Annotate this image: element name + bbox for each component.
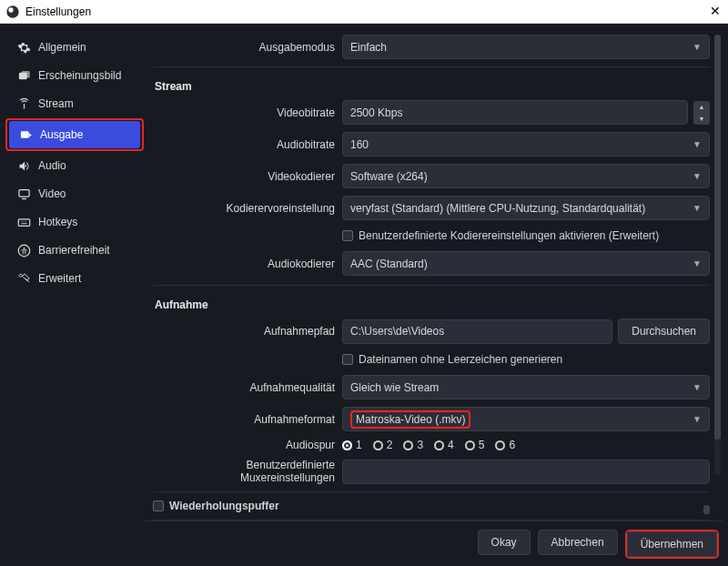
rec-format-label: Aufnahmeformat [153, 413, 335, 426]
sidebar-item-appearance[interactable]: Erscheinungsbild [7, 62, 142, 89]
svg-rect-4 [20, 131, 28, 138]
cancel-button[interactable]: Abbrechen [538, 530, 618, 555]
audio-bitrate-select[interactable]: 160 ▼ [342, 132, 710, 157]
video-bitrate-spinner[interactable]: ▲▼ [693, 101, 710, 125]
apply-button[interactable]: Übernehmen [627, 531, 717, 557]
custom-encoder-checkbox[interactable]: Benutzerdefinierte Kodierereinstellungen… [342, 227, 659, 244]
encoder-preset-select[interactable]: veryfast (Standard) (Mittlere CPU-Nutzun… [342, 196, 710, 220]
browse-button[interactable]: Durchsuchen [618, 318, 710, 344]
close-icon[interactable]: ✕ [710, 4, 721, 18]
bottom-bar: Okay Abbrechen Übernehmen [5, 526, 723, 561]
audiotrack-radio-6[interactable]: 6 [495, 439, 515, 451]
sidebar-item-accessibility[interactable]: Barrierefreiheit [7, 237, 142, 264]
svg-point-7 [18, 245, 30, 257]
audio-encoder-label: Audiokodierer [153, 258, 335, 270]
rec-path-label: Aufnahmepfad [153, 325, 335, 338]
nospaces-checkbox[interactable]: Dateinamen ohne Leerzeichen generieren [342, 351, 562, 368]
audiotrack-radio-5[interactable]: 5 [465, 439, 485, 451]
titlebar: Einstellungen ✕ [0, 0, 728, 24]
checkbox-icon [153, 500, 164, 511]
sidebar-item-label: Audio [38, 159, 66, 172]
scrollbar-section[interactable] [703, 505, 710, 514]
checkbox-icon [342, 354, 353, 365]
app-logo-icon [5, 5, 20, 19]
scrollbar[interactable] [714, 35, 721, 475]
audio-bitrate-label: Audiobitrate [153, 138, 335, 151]
speaker-icon [16, 158, 31, 173]
output-mode-select[interactable]: Einfach ▼ [342, 35, 710, 59]
rec-quality-label: Aufnahmequalität [153, 381, 335, 394]
video-encoder-select[interactable]: Software (x264) ▼ [342, 164, 710, 188]
replay-buffer-checkbox[interactable]: Wiederholungspuffer [153, 498, 710, 514]
muxer-input[interactable] [342, 460, 710, 484]
checkbox-icon [342, 230, 353, 241]
sidebar-item-label: Stream [38, 97, 74, 110]
keyboard-icon [16, 215, 31, 229]
monitor-icon [16, 187, 31, 201]
muxer-label: Benutzerdefinierte Muxereinstellungen [153, 459, 335, 484]
sidebar: Allgemein Erscheinungsbild Stream Ausgab… [5, 29, 144, 526]
warning-text: Achtung: Aufnahmen können nicht pausiert… [144, 521, 723, 526]
svg-point-1 [8, 7, 13, 12]
sidebar-item-label: Allgemein [38, 41, 86, 54]
chevron-down-icon: ▼ [693, 382, 702, 392]
sidebar-item-label: Ausgabe [40, 128, 83, 141]
svg-rect-3 [22, 70, 30, 77]
audiotrack-radios: 1 2 3 4 5 6 [342, 439, 515, 451]
antenna-icon [16, 96, 31, 111]
output-mode-label: Ausgabemodus [153, 41, 335, 54]
svg-rect-5 [18, 189, 28, 197]
video-bitrate-input[interactable]: 2500 Kbps [342, 100, 688, 125]
gear-icon [16, 40, 31, 55]
sidebar-item-video[interactable]: Video [7, 180, 142, 207]
audiotrack-radio-1[interactable]: 1 [342, 439, 362, 451]
sidebar-item-output[interactable]: Ausgabe [9, 121, 140, 148]
rec-quality-select[interactable]: Gleich wie Stream ▼ [342, 375, 710, 399]
window-title: Einstellungen [25, 5, 91, 18]
stream-section-header: Stream [155, 80, 710, 93]
sidebar-item-stream[interactable]: Stream [7, 90, 142, 117]
audiotrack-radio-2[interactable]: 2 [373, 439, 393, 451]
rec-format-select[interactable]: Matroska-Video (.mkv) ▼ [342, 407, 710, 431]
recording-section-header: Aufnahme [155, 298, 710, 311]
palette-icon [16, 68, 31, 83]
sidebar-item-label: Erweitert [38, 272, 81, 285]
chevron-down-icon: ▼ [693, 258, 702, 268]
sidebar-item-label: Video [38, 187, 66, 200]
svg-point-8 [23, 248, 25, 249]
chevron-down-icon: ▼ [693, 203, 702, 213]
audiotrack-radio-3[interactable]: 3 [403, 439, 423, 451]
output-icon [18, 127, 33, 142]
audiotrack-label: Audiospur [153, 439, 335, 451]
chevron-down-icon: ▼ [693, 42, 702, 52]
sidebar-item-label: Hotkeys [38, 216, 77, 228]
chevron-down-icon: ▼ [693, 171, 702, 181]
chevron-up-icon: ▲ [693, 101, 710, 113]
ok-button[interactable]: Okay [478, 530, 531, 555]
svg-rect-6 [18, 218, 30, 226]
sidebar-item-advanced[interactable]: Erweitert [7, 265, 142, 292]
chevron-down-icon: ▼ [693, 139, 702, 149]
video-bitrate-label: Videobitrate [153, 106, 335, 119]
sidebar-item-general[interactable]: Allgemein [7, 34, 142, 61]
svg-point-0 [6, 5, 18, 17]
tools-icon [16, 271, 31, 286]
sidebar-item-audio[interactable]: Audio [7, 152, 142, 179]
rec-path-input[interactable]: C:\Users\de\Videos [342, 319, 612, 344]
chevron-down-icon: ▼ [693, 414, 702, 424]
audiotrack-radio-4[interactable]: 4 [434, 439, 454, 451]
chevron-down-icon: ▼ [693, 113, 710, 125]
sidebar-item-label: Erscheinungsbild [38, 69, 121, 82]
video-encoder-label: Videokodierer [153, 170, 335, 183]
sidebar-item-hotkeys[interactable]: Hotkeys [7, 208, 142, 236]
sidebar-item-label: Barrierefreiheit [38, 244, 110, 257]
accessibility-icon [16, 243, 31, 258]
content-area: Ausgabemodus Einfach ▼ Stream Videobitra… [144, 29, 723, 526]
audio-encoder-select[interactable]: AAC (Standard) ▼ [342, 251, 710, 276]
encoder-preset-label: Kodierervoreinstellung [153, 202, 335, 215]
